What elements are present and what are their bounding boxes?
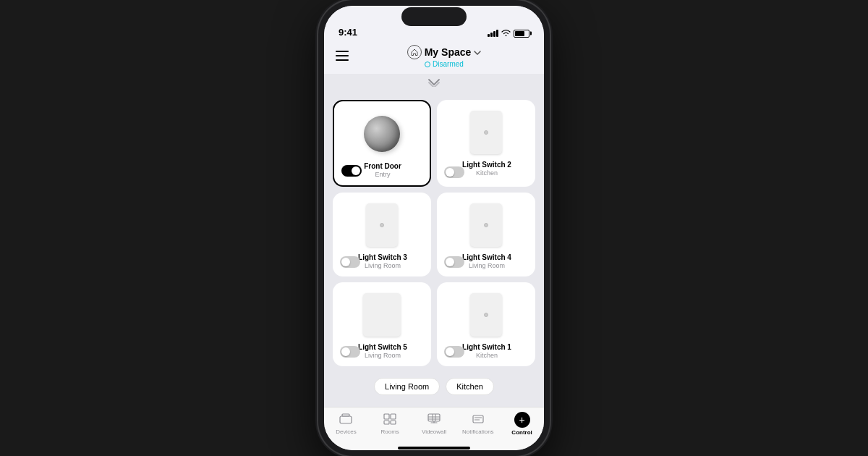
tab-videowall-label: Videowall <box>422 428 446 435</box>
tab-notifications-label: Notifications <box>462 428 494 435</box>
tab-bar: Devices Rooms <box>324 407 544 447</box>
device-card-light-switch-1[interactable]: Light Switch 1 Kitchen <box>437 282 535 366</box>
switch-button-dot <box>484 223 488 227</box>
status-time: 9:41 <box>339 27 357 38</box>
light-switch-5-toggle-container <box>340 346 360 360</box>
header-center: My Space Disarmed <box>356 45 532 68</box>
light-switch-2-visual <box>444 107 528 158</box>
svg-rect-3 <box>340 416 352 423</box>
main-content: Front Door Entry <box>324 91 544 407</box>
device-card-light-switch-5[interactable]: Light Switch 5 Living Room <box>333 282 431 366</box>
collapse-arrow[interactable] <box>324 74 544 91</box>
svg-rect-4 <box>342 414 349 416</box>
svg-rect-8 <box>391 421 396 424</box>
svg-rect-2 <box>336 59 349 61</box>
tab-rooms-label: Rooms <box>381 428 399 435</box>
menu-icon[interactable] <box>336 50 349 63</box>
filter-pill-living-room[interactable]: Living Room <box>374 378 440 395</box>
home-bar-line <box>398 447 470 449</box>
switch-plate <box>470 203 502 247</box>
tab-videowall[interactable]: Videowall <box>412 413 456 435</box>
light-switch-4-toggle-container <box>444 256 464 271</box>
switch-plate <box>470 111 502 154</box>
svg-rect-6 <box>391 414 396 419</box>
toggle-knob <box>446 347 454 356</box>
svg-rect-16 <box>473 415 483 423</box>
videowall-icon <box>427 413 441 427</box>
signal-bars-icon <box>488 30 498 37</box>
tab-devices[interactable]: Devices <box>324 413 368 435</box>
device-card-light-switch-2[interactable]: Light Switch 2 Kitchen <box>437 100 535 187</box>
switch-plate <box>366 203 398 247</box>
device-card-light-switch-3[interactable]: Light Switch 3 Living Room <box>333 193 431 276</box>
device-card-front-door[interactable]: Front Door Entry <box>333 100 431 187</box>
toggle-knob <box>446 258 454 266</box>
status-icons <box>488 29 529 38</box>
light-switch-5-visual <box>340 290 424 340</box>
switch-plate <box>470 293 502 337</box>
tab-rooms[interactable]: Rooms <box>368 413 412 435</box>
device-card-light-switch-4[interactable]: Light Switch 4 Living Room <box>437 193 535 276</box>
wifi-icon <box>501 29 511 38</box>
light-switch-4-toggle[interactable] <box>444 256 464 268</box>
toggle-knob <box>341 258 350 266</box>
home-bar <box>324 447 544 450</box>
front-door-visual <box>341 109 422 159</box>
screen: 9:41 <box>324 6 544 450</box>
notifications-icon <box>472 413 484 427</box>
switch-plate <box>363 293 401 337</box>
light-switch-1-visual <box>444 290 528 340</box>
light-switch-3-toggle[interactable] <box>340 256 360 268</box>
light-switch-1-toggle[interactable] <box>444 346 464 358</box>
header-title: My Space <box>425 46 472 58</box>
disarmed-text: Disarmed <box>433 60 464 68</box>
battery-icon <box>514 30 529 38</box>
switch-button-dot <box>380 223 384 227</box>
header: My Space Disarmed <box>324 42 544 74</box>
tab-devices-label: Devices <box>336 428 356 435</box>
home-icon <box>407 45 422 59</box>
control-add-icon: + <box>514 412 530 428</box>
door-lock-sphere <box>364 116 400 152</box>
light-switch-3-visual <box>340 200 424 250</box>
light-switch-5-toggle[interactable] <box>340 346 360 358</box>
toggle-knob <box>446 168 454 177</box>
disarmed-badge: Disarmed <box>425 60 464 68</box>
svg-rect-7 <box>384 421 389 424</box>
tab-control[interactable]: + Control <box>500 412 544 436</box>
light-switch-3-toggle-container <box>340 256 360 271</box>
devices-icon <box>339 413 352 427</box>
toggle-knob <box>352 166 360 175</box>
light-switch-2-toggle-container <box>444 166 464 181</box>
filter-pills: Living Room Kitchen <box>333 372 535 401</box>
tab-control-label: Control <box>511 429 532 436</box>
tab-notifications[interactable]: Notifications <box>456 413 500 435</box>
dynamic-island <box>401 7 467 26</box>
front-door-toggle[interactable] <box>341 165 362 177</box>
dropdown-chevron-icon <box>474 48 481 56</box>
light-switch-2-toggle[interactable] <box>444 166 464 178</box>
svg-rect-0 <box>336 51 349 52</box>
devices-grid: Front Door Entry <box>333 100 535 366</box>
phone-frame: 9:41 <box>318 0 550 456</box>
filter-pill-kitchen[interactable]: Kitchen <box>446 378 494 395</box>
svg-rect-5 <box>384 414 389 419</box>
rooms-icon <box>383 413 396 427</box>
header-title-row[interactable]: My Space <box>407 45 482 59</box>
switch-button-dot <box>484 313 488 317</box>
disarmed-dot-icon <box>425 62 430 67</box>
switch-button-dot <box>484 130 488 135</box>
light-switch-1-toggle-container <box>444 346 464 360</box>
toggle-knob <box>341 347 350 356</box>
svg-rect-1 <box>336 55 349 56</box>
front-door-toggle-container <box>341 165 362 180</box>
light-switch-4-visual <box>444 200 528 250</box>
svg-rect-9 <box>428 414 440 421</box>
